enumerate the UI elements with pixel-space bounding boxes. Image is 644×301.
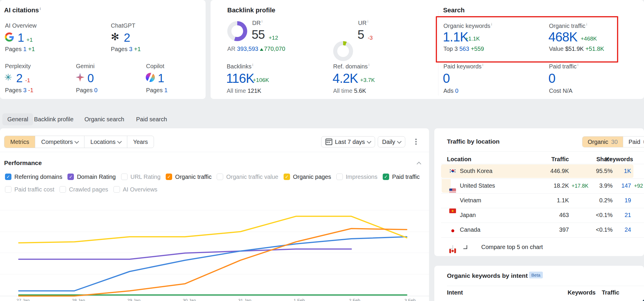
keywords-value[interactable]: 24 — [618, 226, 631, 233]
info-icon[interactable]: i — [491, 22, 492, 26]
checkbox-box — [166, 174, 172, 180]
ur-delta: -3 — [368, 35, 373, 41]
traffic-value: 18.2K — [528, 182, 569, 189]
info-icon[interactable]: i — [252, 63, 253, 67]
backlinks-value[interactable]: 116K — [226, 71, 254, 86]
keywords-by-intent-title: Organic keywords by intent Beta — [447, 272, 543, 279]
performance-line-chart[interactable] — [0, 192, 429, 301]
checkbox-label: URL Rating — [131, 174, 161, 180]
chevron-down-icon — [397, 139, 402, 144]
column-header-location[interactable]: Location — [447, 156, 471, 163]
info-icon[interactable]: i — [482, 63, 483, 67]
kebab-menu-icon[interactable] — [414, 137, 418, 146]
vietnam-flag-icon — [449, 208, 456, 213]
checkbox-label: Organic pages — [293, 174, 331, 180]
gemini-label: Gemini — [76, 63, 94, 70]
competitors-segment[interactable]: Competitors — [35, 136, 84, 148]
x-axis-label: 29 Jan — [127, 298, 140, 301]
tab-backlink-profile[interactable]: Backlink profile — [34, 116, 74, 123]
x-axis-label: 30 Jan — [183, 298, 196, 301]
checkbox-ai-overviews[interactable]: AI Overviews — [113, 186, 157, 193]
checkbox-organic-pages[interactable]: Organic pages — [284, 174, 331, 180]
checkbox-impressions[interactable]: Impressions — [336, 174, 377, 180]
locations-segment[interactable]: Locations — [84, 136, 127, 148]
traffic-by-location-title: Traffic by location — [447, 138, 500, 145]
info-icon[interactable]: i — [262, 19, 262, 23]
chatgpt-value: 2 — [124, 31, 130, 44]
column-header-keywords[interactable]: Keywords — [601, 156, 633, 163]
divider — [441, 179, 644, 179]
column-header-traffic[interactable]: Traffic — [531, 156, 569, 163]
keywords-value[interactable]: 1K — [618, 168, 631, 174]
table-row[interactable]: Canada 397 <0.1% 24 — [434, 149, 644, 155]
organic-keywords-label: Organic keywordsi — [443, 22, 492, 29]
ai-overview-delta: +1 — [26, 37, 33, 43]
refdomains-alltime: All time 5.6K — [333, 88, 366, 94]
paid-keywords-value[interactable]: 0 — [443, 71, 450, 86]
metrics-segment[interactable]: Metrics — [4, 136, 35, 148]
column-header-traffic[interactable]: Traffic — [600, 289, 619, 296]
info-icon[interactable]: i — [367, 19, 368, 23]
checkbox-label: Crawled pages — [69, 186, 108, 193]
perplexity-label: Perplexity — [5, 63, 31, 70]
backlink-profile-title: Backlink profile — [227, 6, 275, 14]
chevron-right-icon[interactable] — [463, 245, 467, 249]
tab-paid-search[interactable]: Paid search — [136, 116, 167, 123]
checkbox-crawled-pages[interactable]: Crawled pages — [60, 186, 108, 193]
column-header-keywords[interactable]: Keywords — [560, 289, 596, 296]
share-value: 3.9% — [587, 182, 613, 189]
info-icon[interactable]: i — [577, 63, 578, 67]
tab-organic-search[interactable]: Organic search — [84, 116, 124, 123]
checkbox-referring-domains[interactable]: Referring domains — [5, 174, 62, 180]
ads-line: Ads 0 — [443, 88, 458, 94]
metric-checkbox-row-1: Referring domains Domain Rating URL Rati… — [5, 172, 420, 181]
divider — [447, 151, 644, 152]
checkbox-label: Paid traffic cost — [14, 186, 54, 193]
tab-general[interactable]: General — [2, 113, 33, 125]
column-header-intent[interactable]: Intent — [447, 289, 463, 296]
years-segment[interactable]: Years — [127, 136, 154, 148]
keywords-value[interactable]: 21 — [618, 212, 631, 218]
location-name: Canada — [460, 226, 480, 233]
checkbox-organic-traffic[interactable]: Organic traffic — [166, 174, 211, 180]
series-domain-rating — [19, 249, 351, 259]
checkbox-label: Organic traffic value — [226, 174, 278, 180]
toggle-organic[interactable]: Organic30 — [582, 137, 623, 147]
backlinks-delta: +106K — [253, 77, 269, 83]
canada-flag-icon — [449, 248, 456, 253]
toggle-paid[interactable]: Paid0 — [623, 137, 644, 147]
location-name: Japan — [460, 212, 476, 218]
chevron-left-icon[interactable] — [449, 245, 453, 249]
granularity-button[interactable]: Daily — [378, 136, 405, 147]
checkbox-organic-traffic-value[interactable]: Organic traffic value — [217, 174, 278, 180]
ar-line: AR 393,593 770,070 — [227, 46, 285, 52]
info-icon[interactable]: i — [369, 63, 370, 67]
checkbox-domain-rating[interactable]: Domain Rating — [67, 174, 116, 180]
keywords-value[interactable]: 19 — [618, 197, 631, 204]
collapse-chevron-up-icon[interactable] — [417, 162, 421, 167]
info-icon[interactable]: i — [586, 22, 587, 26]
dashboard: AI citationsi AI Overview 1 +1 Pages 1 +… — [0, 0, 644, 301]
keywords-delta: +92 — [634, 183, 643, 189]
x-axis-label: 31 Jan — [238, 298, 251, 301]
checkbox-paid-traffic[interactable]: Paid traffic — [383, 174, 420, 180]
divider — [441, 237, 644, 238]
checkbox-url-rating[interactable]: URL Rating — [121, 174, 161, 180]
table-row[interactable]: South Korea 446.9K 95.5% 1K — [434, 128, 644, 134]
organic-keywords-value[interactable]: 1.1K — [443, 30, 468, 44]
refdomains-value[interactable]: 4.2K — [333, 71, 358, 86]
chatgpt-icon: ✻ — [111, 32, 119, 42]
compare-top5-link[interactable]: Compare top 5 on chart — [481, 244, 543, 250]
checkbox-paid-traffic-cost[interactable]: Paid traffic cost — [5, 186, 54, 193]
checkbox-box — [284, 174, 290, 180]
organic-traffic-value[interactable]: 468K — [548, 30, 577, 44]
date-range-button[interactable]: Last 7 days — [321, 136, 375, 147]
keywords-value[interactable]: 147 — [618, 182, 631, 189]
info-icon[interactable]: i — [40, 7, 41, 11]
paid-traffic-value[interactable]: 0 — [548, 71, 555, 86]
dr-delta: +12 — [269, 35, 278, 41]
copilot-pages: Pages 1 — [146, 87, 167, 94]
checkbox-box — [5, 174, 11, 180]
x-axis-labels: 27 Jan28 Jan29 Jan30 Jan31 Jan1 Feb2 Feb… — [0, 298, 429, 301]
dr-donut — [227, 21, 247, 41]
